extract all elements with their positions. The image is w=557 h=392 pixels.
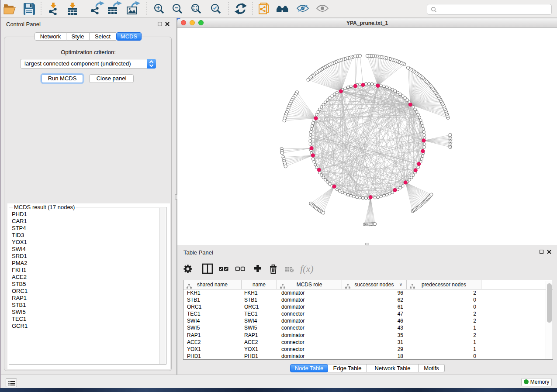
svg-text:f(x): f(x) xyxy=(300,263,314,274)
